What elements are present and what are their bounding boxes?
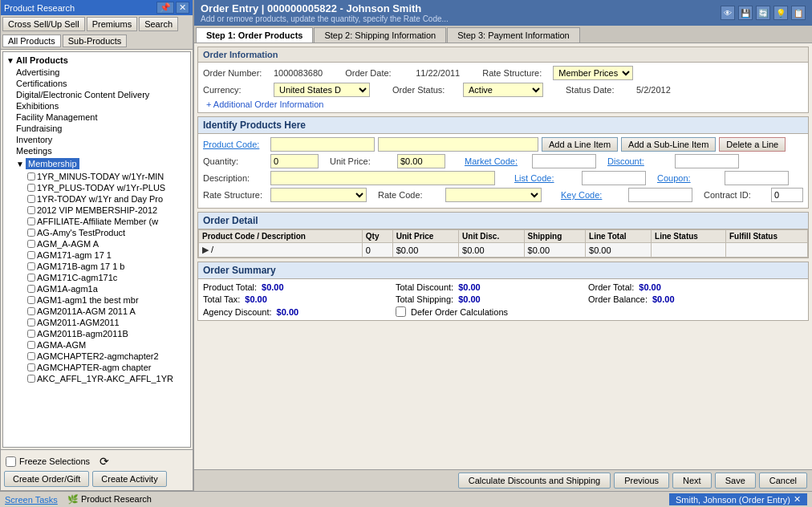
bulb-icon[interactable]: 💡: [773, 6, 788, 20]
create-order-button[interactable]: Create Order/Gift: [4, 471, 89, 487]
market-code-label[interactable]: Market Code:: [465, 156, 529, 166]
rate-code-select[interactable]: [445, 188, 542, 202]
membership-checkbox-9[interactable]: [27, 274, 35, 282]
list-item[interactable]: AG-Amy's TestProduct: [24, 227, 189, 238]
tree-item-meetings[interactable]: Meetings: [14, 145, 189, 156]
membership-checkbox-14[interactable]: [27, 330, 35, 338]
cancel-button[interactable]: Cancel: [759, 473, 807, 489]
add-sub-line-button[interactable]: Add a Sub-Line Item: [621, 137, 716, 152]
expand-arrow[interactable]: ▶: [202, 245, 209, 254]
list-code-label[interactable]: List Code:: [514, 173, 579, 183]
currency-select[interactable]: United States D: [274, 83, 370, 97]
description-input[interactable]: [270, 171, 495, 185]
list-item[interactable]: AGM171-agm 17 1: [24, 249, 189, 261]
list-item[interactable]: AGM2011B-agm2011B: [24, 328, 189, 339]
discount-label[interactable]: Discount:: [607, 156, 672, 166]
save-icon[interactable]: 💾: [738, 6, 753, 20]
table-row[interactable]: ▶ / 0 $0.00 $0.00 $0.00 $0.00: [199, 243, 808, 258]
list-item[interactable]: 1YR_MINUS-TODAY w/1Yr-MIN: [24, 171, 189, 182]
freeze-checkbox[interactable]: [6, 456, 16, 467]
rate-structure-select[interactable]: Member Prices: [553, 66, 633, 80]
create-activity-button[interactable]: Create Activity: [92, 471, 166, 487]
list-item[interactable]: AGM2011-AGM2011: [24, 317, 189, 328]
left-panel-pin-btn[interactable]: 📌: [156, 2, 174, 14]
tree-toggle-root[interactable]: ▼: [6, 56, 14, 65]
tree-item-exhibitions[interactable]: Exhibitions: [14, 100, 189, 112]
quantity-input[interactable]: [270, 154, 319, 168]
product-code-input2[interactable]: [378, 137, 538, 152]
tree-item-fundraising[interactable]: Fundraising: [14, 123, 189, 134]
coupon-label[interactable]: Coupon:: [657, 173, 721, 183]
list-item[interactable]: AGM171B-agm 17 1 b: [24, 261, 189, 272]
membership-checkbox-2[interactable]: [27, 195, 35, 203]
previous-button[interactable]: Previous: [614, 473, 669, 489]
contract-id-input[interactable]: [771, 188, 803, 202]
key-code-input[interactable]: [628, 188, 692, 202]
membership-checkbox-1[interactable]: [27, 184, 35, 192]
membership-checkbox-4[interactable]: [27, 217, 35, 225]
additional-info-toggle[interactable]: + Additional Order Information: [203, 99, 803, 109]
tree-item-inventory[interactable]: Inventory: [14, 134, 189, 145]
tree-item-facility[interactable]: Facility Management: [14, 112, 189, 123]
tab-step2[interactable]: Step 2: Shipping Information: [314, 27, 446, 43]
tree-item-advertising[interactable]: Advertising: [14, 67, 189, 78]
defer-checkbox[interactable]: [396, 306, 406, 317]
list-item[interactable]: 2012 VIP MEMBERSHIP-2012: [24, 205, 189, 216]
tree-item-certifications[interactable]: Certifications: [14, 78, 189, 89]
product-research-status[interactable]: 🌿 Product Research: [67, 494, 152, 505]
sub-products-tab[interactable]: Sub-Products: [63, 34, 128, 47]
membership-checkbox-16[interactable]: [27, 352, 35, 360]
status-close-icon[interactable]: ✕: [794, 494, 801, 505]
list-code-input[interactable]: [582, 171, 646, 185]
screen-tasks-link[interactable]: Screen Tasks: [5, 495, 58, 505]
list-item[interactable]: AGM171C-agm171c: [24, 272, 189, 283]
membership-checkbox-10[interactable]: [27, 285, 35, 293]
product-code-label[interactable]: Product Code:: [203, 140, 267, 149]
delete-line-button[interactable]: Delete a Line: [719, 137, 786, 152]
calculate-discounts-button[interactable]: Calculate Discounts and Shipping: [458, 473, 611, 489]
left-panel-close-btn[interactable]: ✕: [176, 2, 189, 14]
discount-input[interactable]: [675, 154, 739, 168]
list-item[interactable]: AKC_AFFL_1YR-AKC_AFFL_1YR: [24, 373, 189, 384]
membership-checkbox-8[interactable]: [27, 262, 35, 270]
membership-checkbox-5[interactable]: [27, 229, 35, 237]
save-button[interactable]: Save: [715, 473, 756, 489]
order-status-select[interactable]: Active: [463, 83, 543, 97]
tree-item-membership[interactable]: ▼ Membership: [14, 156, 189, 171]
membership-checkbox-6[interactable]: [27, 240, 35, 248]
eye-icon[interactable]: 👁: [721, 6, 735, 20]
tree-root[interactable]: ▼ All Products: [5, 54, 189, 67]
membership-checkbox-12[interactable]: [27, 307, 35, 315]
list-item[interactable]: AFFILIATE-Affiliate Member (w: [24, 216, 189, 227]
unit-price-input[interactable]: [397, 154, 445, 168]
membership-checkbox-18[interactable]: [27, 375, 35, 383]
list-item[interactable]: 1YR_PLUS-TODAY w/1Yr-PLUS: [24, 182, 189, 193]
all-products-tab[interactable]: All Products: [2, 34, 61, 47]
key-code-label[interactable]: Key Code:: [561, 190, 625, 200]
tree-toggle-membership[interactable]: ▼: [16, 160, 24, 168]
list-item[interactable]: AGMCHAPTER-agm chapter: [24, 362, 189, 373]
premiums-button[interactable]: Premiums: [87, 17, 138, 31]
list-item[interactable]: AGM1A-agm1a: [24, 283, 189, 294]
list-item[interactable]: AGM_A-AGM A: [24, 238, 189, 249]
tab-step1[interactable]: Step 1: Order Products: [196, 27, 313, 43]
membership-checkbox-7[interactable]: [27, 251, 35, 259]
clipboard-icon[interactable]: 📋: [791, 6, 806, 20]
market-code-input[interactable]: [532, 154, 596, 168]
refresh-icon[interactable]: 🔄: [756, 6, 770, 20]
coupon-input[interactable]: [725, 171, 789, 185]
list-item[interactable]: AGMA-AGM: [24, 339, 189, 351]
product-code-input[interactable]: [270, 137, 375, 152]
tab-step3[interactable]: Step 3: Payment Information: [447, 27, 579, 43]
membership-checkbox-15[interactable]: [27, 341, 35, 349]
search-button[interactable]: Search: [139, 17, 178, 31]
additional-info-label[interactable]: + Additional Order Information: [203, 98, 327, 111]
membership-checkbox-17[interactable]: [27, 363, 35, 371]
list-item[interactable]: AGM2011A-AGM 2011 A: [24, 306, 189, 317]
add-line-item-button[interactable]: Add a Line Item: [542, 137, 618, 152]
list-item[interactable]: 1YR-TODAY w/1Yr and Day Pro: [24, 193, 189, 205]
next-button[interactable]: Next: [672, 473, 712, 489]
list-item[interactable]: AGM1-agm1 the best mbr: [24, 294, 189, 306]
membership-checkbox-0[interactable]: [27, 172, 35, 180]
membership-checkbox-13[interactable]: [27, 318, 35, 327]
